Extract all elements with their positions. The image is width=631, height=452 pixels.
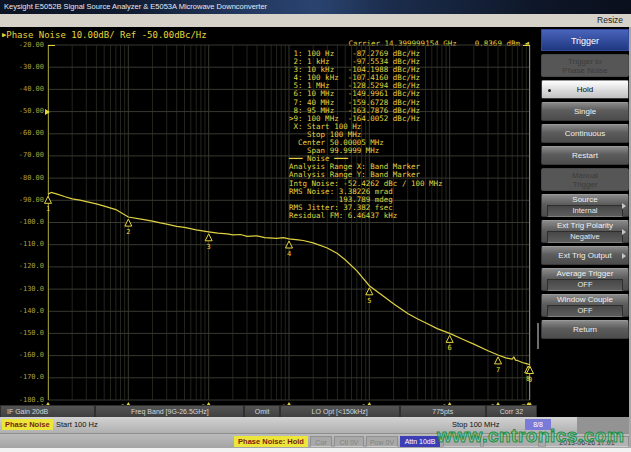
softkey-ext-trig-output[interactable]: Ext Trig Output <box>541 246 629 265</box>
softkey-panel: Trigger Trigger toPhase NoiseHoldSingleC… <box>537 27 631 417</box>
hw-status-bar: IF Gain 20dBFreq Band [9G-26.5GHz]OmitLO… <box>0 405 537 417</box>
y-axis-tick: -70.00 <box>0 151 44 159</box>
instrument-screen: ▶Phase Noise 10.00dB/ Ref -50.00dBc/Hz C… <box>0 27 537 417</box>
svg-text:1: 1 <box>46 205 50 213</box>
svg-text:6: 6 <box>448 344 452 352</box>
status-pow: Pow 0V <box>366 436 398 447</box>
y-axis-tick: -170.0 <box>0 373 44 381</box>
softkey-source[interactable]: SourceInternal <box>541 194 629 217</box>
marker-readout-table: 1: 100 Hz -87.2769 dBc/Hz 2: 1 kHz -97.5… <box>289 50 443 220</box>
hw-status-5: Corr 32 <box>487 406 536 417</box>
status-ctl: Ctl 0V <box>334 436 364 447</box>
hw-status-0: IF Gain 20dB <box>1 406 94 417</box>
y-axis-tick: -160.0 <box>0 351 44 359</box>
svg-text:2: 2 <box>126 228 130 236</box>
hw-status-4: 775pts <box>401 406 485 417</box>
softkey-restart[interactable]: Restart <box>541 146 629 165</box>
y-axis-tick: -180.0 <box>0 396 44 404</box>
y-axis-tick: -60.00 <box>0 129 44 137</box>
hw-status-3: LO Opt [<150kHz] <box>281 406 399 417</box>
softkey-ext-trig-polarity[interactable]: Ext Trig PolarityNegative <box>541 220 629 243</box>
softkey-menu-title: Trigger <box>541 29 629 51</box>
svg-text:5: 5 <box>367 297 371 305</box>
y-axis-tick: -130.0 <box>0 285 44 293</box>
hw-status-2: Omit <box>245 406 278 417</box>
window-title: Keysight E5052B Signal Source Analyzer &… <box>0 2 267 11</box>
menu-bar: Resize <box>0 14 631 28</box>
ref-level-pointer-icon <box>45 109 94 115</box>
trace-scale-label: ▶Phase Noise 10.00dB/ Ref -50.00dBc/Hz <box>2 30 207 40</box>
softkey-manual-trigger: ManualTrigger <box>541 168 629 191</box>
svg-text:3: 3 <box>207 243 211 251</box>
watermark: www.cntronics.com <box>437 425 624 447</box>
mode-chip: Phase Noise <box>2 419 53 430</box>
svg-text:7: 7 <box>496 366 500 374</box>
submenu-arrow-icon <box>622 203 626 209</box>
y-axis-tick: -30.00 <box>0 63 44 71</box>
y-axis-tick: -90.00 <box>0 196 44 204</box>
selected-radio-icon <box>548 89 551 92</box>
y-axis-tick: -150.0 <box>0 329 44 337</box>
y-axis-tick: -140.0 <box>0 307 44 315</box>
y-axis-tick: -40.00 <box>0 85 44 93</box>
y-axis-tick: -110.0 <box>0 240 44 248</box>
softkey-continuous[interactable]: Continuous <box>541 124 629 143</box>
svg-text:4: 4 <box>287 250 291 258</box>
menu-resize[interactable]: Resize <box>597 15 623 25</box>
sweep-start-label: Start 100 Hz <box>56 419 98 430</box>
window-bottom-edge <box>0 448 631 452</box>
softkey-single[interactable]: Single <box>541 102 629 121</box>
submenu-arrow-icon <box>622 253 626 259</box>
softkey-trigger-to-phase-noise: Trigger toPhase Noise <box>541 54 629 77</box>
softkey-average-trigger[interactable]: Average TriggerOFF <box>541 268 629 291</box>
panel-scrollbar[interactable] <box>537 323 539 349</box>
status-cor: Cor <box>310 436 332 447</box>
softkey-buttons: Trigger toPhase NoiseHoldSingleContinuou… <box>541 54 629 339</box>
y-axis-tick: -50.00 <box>0 107 44 115</box>
attenuator-chip: Attn 10dB <box>400 436 440 447</box>
y-axis-tick: -80.00 <box>0 174 44 182</box>
softkey-return[interactable]: Return <box>541 320 629 339</box>
svg-text:9: 9 <box>528 376 532 384</box>
window-titlebar[interactable]: Keysight E5052B Signal Source Analyzer &… <box>0 0 631 14</box>
y-axis-tick: -100.0 <box>0 218 44 226</box>
measurement-status-chip: Phase Noise: Hold <box>234 436 308 447</box>
y-axis-tick: -20.00 <box>0 41 44 49</box>
submenu-arrow-icon <box>622 229 626 235</box>
hw-status-1: Freq Band [9G-26.5GHz] <box>96 406 243 417</box>
softkey-window-couple[interactable]: Window CoupleOFF <box>541 294 629 317</box>
y-axis-tick: -120.0 <box>0 262 44 270</box>
softkey-hold[interactable]: Hold <box>541 80 629 99</box>
